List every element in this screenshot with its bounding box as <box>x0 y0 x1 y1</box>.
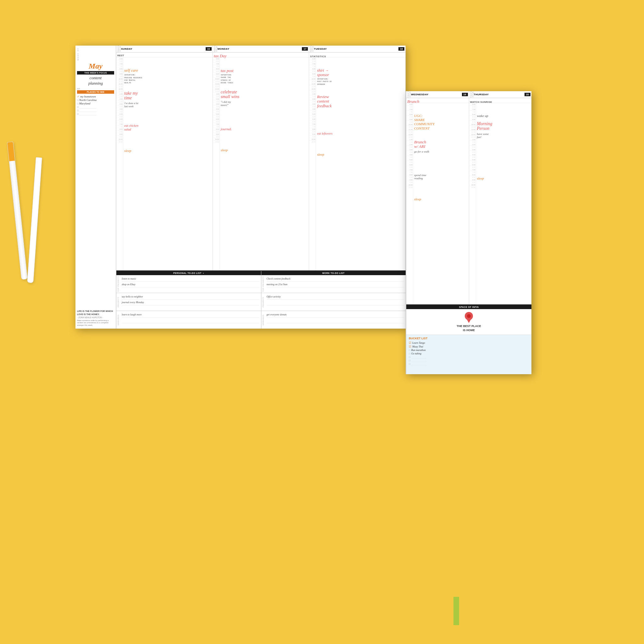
personal-errand-1: learn to laugh more <box>122 312 259 318</box>
focus-text: contentplanning <box>77 75 114 86</box>
personal-errand-2-blank <box>122 318 259 323</box>
monday-taxpost: tax post <box>221 68 308 73</box>
wednesday-brunch: Brunchw/ ARI <box>414 140 468 149</box>
monday-col: TODAY'S FOCUS MONDAY 17 tax Day 6:00 6:3… <box>213 46 309 270</box>
personal-priority-items: say hello to neighbor journal every Mond… <box>120 293 261 311</box>
work-top-2: meeting on 21st 9am <box>267 282 404 287</box>
right-days-row: TODAY'S FOCUS WEDNESDAY 19 Brunch 6:00 6… <box>406 91 531 305</box>
work-pri-2-blank <box>267 300 404 305</box>
sunday-intention: INTENTION:PROVIDE RESOURCEFOR MENTALHEAL… <box>124 74 212 85</box>
sunday-takemytime: take mytime <box>124 91 212 101</box>
wednesday-sleep: sleep <box>414 197 468 201</box>
monday-today-label: TODAY'S FOCUS <box>214 46 217 52</box>
wednesday-walk: go for a walk <box>414 150 468 153</box>
work-todo-header: WORK TO-DO LIST <box>261 271 406 275</box>
bucket-item-2: Muay Thai <box>412 345 423 348</box>
work-top-items: Check content feedback meeting on 21st 9… <box>265 275 406 293</box>
work-priority-items: Office activity <box>265 293 406 311</box>
sunday-number: 16 <box>206 47 212 51</box>
monday-sleep: sleep <box>221 148 308 152</box>
planner-spread: WEEK OF May THIS WEEK'S FOCUS contentpla… <box>75 46 406 329</box>
quote-text: LIFE IS THE FLOWER FOR WHICH LOVE IS THE… <box>77 310 114 315</box>
quote-sub: Make someone smile by performing a rando… <box>77 319 114 327</box>
bucket-item-7-blank: ___________ <box>411 363 427 365</box>
tuesday-today-label: TODAY'S FOCUS <box>310 46 313 52</box>
wednesday-name: WEDNESDAY <box>410 93 462 96</box>
map-pin-icon <box>464 312 473 323</box>
pen-white <box>27 157 42 283</box>
sunday-name: SUNDAY <box>120 47 206 50</box>
tuesday-number: 18 <box>398 47 404 51</box>
sunday-writing: self care INTENTION:PROVIDE RESOURCEFOR … <box>123 58 213 270</box>
personal-top-items: listen to music shop on Ebay <box>120 275 261 293</box>
work-errands: ERRANDS get everyone donuts <box>261 311 406 329</box>
thursday-times: 6:00 6:30 7:00 7:30 8:00 8:30 9:00 9:30 … <box>469 103 476 304</box>
place-4: ___________ <box>79 105 97 108</box>
bucket-item-1: Learn Tango <box>412 341 425 344</box>
sunday-donelot: i've done a lotlast week <box>124 102 212 108</box>
place-6: ___________ <box>79 112 97 115</box>
place-1: my hometown <box>80 95 96 98</box>
wednesday-ugc: UGC:SHARECOMMUNITYCONTENT <box>414 114 468 130</box>
bucket-list-section: BUCKET LIST ☑ Learn Tango ☑ Muay Thai □ <box>406 335 531 374</box>
sunday-chicken: eat chickensalad <box>124 124 212 131</box>
month-label: May <box>77 62 114 70</box>
pen-orange <box>7 142 28 280</box>
wednesday-writing: UGC:SHARECOMMUNITYCONTENT Brunchw/ ARI g… <box>413 103 469 304</box>
place-5: ___________ <box>79 109 97 112</box>
main-content: TODAY'S FOCUS SUNDAY 16 REST 6:00 6:30 7… <box>116 46 406 329</box>
quote-author: - ZORA NEALE HURSTON - <box>77 316 114 319</box>
todo-bar: PERSONAL TO-DO LIST • TOP PRIORITY liste… <box>116 270 406 329</box>
personal-top-1: listen to music <box>122 276 259 282</box>
tuesday-sleep: sleep <box>317 153 404 156</box>
work-todo: WORK TO-DO LIST TOP PRIORITY Check conte… <box>261 271 406 329</box>
tuesday-name: TUESDAY <box>313 47 398 50</box>
monday-times: 6:00 6:30 7:00 7:30 8:00 8:30 9:00 9:30 … <box>213 58 220 270</box>
thursday-wakeup: wake up <box>477 114 531 118</box>
bucket-items: ☑ Learn Tango ☑ Muay Thai □ Run marathon <box>409 341 529 365</box>
work-pri-1: Office activity <box>267 294 404 300</box>
bucket-check-5: □ <box>409 356 410 358</box>
tuesday-shirt: shirt →sponsor <box>317 68 404 77</box>
bucket-title: BUCKET LIST <box>409 337 529 340</box>
sunday-today-text: REST <box>116 53 213 58</box>
bucket-item-6-blank: ___________ <box>411 359 427 362</box>
place-3: Maryland <box>79 102 91 105</box>
home-section: THE BEST PLACEIS HOME <box>406 309 531 335</box>
tuesday-writing: shirt →sponsor INTENTION:POST PHOTO OFSP… <box>316 58 405 270</box>
tuesday-intention: INTENTION:POST PHOTO OFSPONSOR <box>317 78 404 86</box>
personal-priority: PRIORITY say hello to neighbor journal e… <box>116 293 261 311</box>
places-label: PLACES TO SEE <box>77 90 114 94</box>
bucket-check-7: □ <box>409 363 410 365</box>
bucket-check-3: □ <box>409 349 410 352</box>
right-half: TODAY'S FOCUS WEDNESDAY 19 Brunch 6:00 6… <box>406 91 531 374</box>
right-bottom: SPACE OF INFIN THE BEST PLACEIS HOME BUC… <box>406 305 531 374</box>
svg-point-1 <box>467 314 471 318</box>
work-top-1: Check content feedback <box>267 276 404 282</box>
bucket-check-1: ☑ <box>409 341 411 344</box>
home-text: THE BEST PLACEIS HOME <box>409 324 529 332</box>
work-priority: PRIORITY Office activity <box>261 293 406 311</box>
thursday-morning: MorningPerson <box>477 121 531 131</box>
quote-section: LIFE IS THE FLOWER FOR WHICH LOVE IS THE… <box>77 307 114 327</box>
thursday-name: THURSDAY <box>473 93 525 96</box>
wednesday-times: 6:00 6:30 7:00 7:30 8:00 8:30 9:00 9:30 … <box>406 103 413 304</box>
monday-intention: INTENTION:SHARE THESTRESS OFDOING TAXES <box>221 74 308 85</box>
monday-number: 17 <box>302 47 308 51</box>
personal-top-2: shop on Ebay <box>122 282 259 287</box>
space-header: SPACE OF INFIN <box>406 305 531 309</box>
thursday-writing: wake up MorningPerson have somefun! slee… <box>476 103 532 304</box>
place-2: North Carolina <box>79 98 97 102</box>
tuesday-leftovers: eat leftovers <box>317 132 404 135</box>
thursday-havefun: have somefun! <box>477 132 531 139</box>
bucket-item-5-blank: ___________ <box>411 356 427 358</box>
week-of-label: WEEK OF <box>77 47 114 61</box>
bucket-check-2: ☑ <box>409 345 411 348</box>
thursday-today-label: TODAY'S FOCUS <box>470 91 473 98</box>
sidebar: WEEK OF May THIS WEEK'S FOCUS contentpla… <box>75 46 116 329</box>
sunday-col: TODAY'S FOCUS SUNDAY 16 REST 6:00 6:30 7… <box>116 46 213 270</box>
bucket-check-4: □ <box>409 352 410 355</box>
work-errand-2-blank <box>267 318 404 323</box>
monday-journal: journaL <box>221 127 308 131</box>
work-errand-items: get everyone donuts <box>265 311 406 329</box>
